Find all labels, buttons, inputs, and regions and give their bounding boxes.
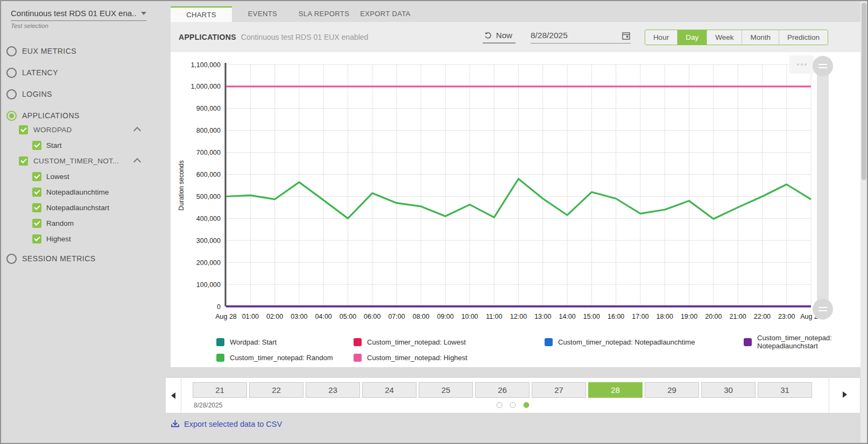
tab-bar: CHARTSEVENTSSLA REPORTSEXPORT DATA	[171, 6, 416, 22]
pagination-dot-1[interactable]	[497, 402, 503, 408]
sidebar-group-wordpad[interactable]: WORDPAD	[19, 124, 157, 135]
pagination-dot-2[interactable]	[510, 402, 516, 408]
checkbox-checked-icon[interactable]	[32, 172, 41, 181]
checkbox-checked-icon[interactable]	[32, 203, 41, 212]
legend-item-custom-timer-notepad-lowest[interactable]: Custom_timer_notepad: Lowest	[354, 334, 545, 350]
day-button-21[interactable]: 21	[193, 382, 247, 398]
svg-text:12:00: 12:00	[510, 313, 527, 320]
chevron-up-icon[interactable]	[133, 127, 141, 134]
day-button-29[interactable]: 29	[645, 382, 699, 398]
tab-export-data[interactable]: EXPORT DATA	[355, 6, 416, 22]
svg-text:300,000: 300,000	[196, 237, 221, 245]
day-button-28[interactable]: 28	[588, 382, 643, 398]
radio-icon	[6, 68, 17, 78]
day-button-24[interactable]: 24	[362, 382, 417, 398]
checkbox-checked-icon[interactable]	[32, 234, 41, 244]
metric-label: Start	[46, 141, 62, 149]
timeline-date-label: 8/28/2025	[194, 402, 222, 409]
tab-events[interactable]: EVENTS	[232, 6, 293, 22]
sidebar-item-start[interactable]: Start	[32, 139, 157, 151]
sidebar-item-notepadlaunchtime[interactable]: Notepadlaunchtime	[32, 186, 157, 198]
sidebar-item-highest[interactable]: Highest	[32, 233, 157, 245]
chart-panel: 0100,000200,000300,000400,000500,000600,…	[171, 52, 860, 367]
svg-text:200,000: 200,000	[196, 259, 221, 267]
checkbox-checked-icon[interactable]	[32, 219, 41, 228]
svg-text:15:00: 15:00	[583, 313, 600, 320]
range-button-hour[interactable]: Hour	[645, 30, 677, 45]
scrollbar-thumb[interactable]	[862, 3, 866, 180]
legend-label: Custom_timer_notepad: Random	[230, 354, 333, 362]
export-csv-link[interactable]: Export selected data to CSV	[171, 419, 282, 428]
group-label: WORDPAD	[33, 126, 72, 134]
page-title: APPLICATIONS	[179, 33, 236, 41]
scrollbar[interactable]	[860, 1, 867, 443]
checkbox-checked-icon[interactable]	[19, 156, 28, 166]
radio-label: LOGINS	[22, 90, 52, 98]
chart-zoom-slider-track[interactable]	[817, 59, 829, 320]
metric-label: Highest	[46, 235, 71, 243]
day-button-31[interactable]: 31	[758, 382, 812, 398]
range-button-month[interactable]: Month	[742, 30, 779, 45]
tab-sla-reports[interactable]: SLA REPORTS	[293, 6, 355, 22]
legend-item-custom-timer-notepad-random[interactable]: Custom_timer_notepad: Random	[216, 354, 354, 362]
day-button-22[interactable]: 22	[249, 382, 304, 398]
radio-icon	[6, 111, 17, 121]
sidebar-item-lowest[interactable]: Lowest	[32, 170, 157, 182]
legend-label: Custom_timer_notepad: Highest	[367, 354, 467, 362]
legend-swatch	[354, 338, 362, 346]
triangle-left-icon	[171, 392, 175, 399]
legend-item-wordpad-start[interactable]: Wordpad: Start	[216, 334, 354, 350]
svg-text:03:00: 03:00	[291, 313, 307, 320]
svg-text:01:00: 01:00	[242, 313, 259, 320]
sidebar-radio-applications[interactable]: APPLICATIONS	[6, 109, 157, 122]
sidebar-radio-eux-metrics[interactable]: EUX METRICS	[6, 45, 157, 58]
day-button-25[interactable]: 25	[419, 382, 473, 398]
legend-item-custom-timer-notepad-notepadlaunchstart[interactable]: Custom_timer_notepad: Notepadlaunchstart	[744, 334, 860, 350]
refresh-now-button[interactable]: Now	[483, 31, 516, 44]
refresh-icon	[484, 31, 492, 40]
tab-charts[interactable]: CHARTS	[171, 6, 232, 22]
svg-text:0: 0	[217, 303, 221, 311]
chart-menu-button[interactable]	[789, 55, 814, 74]
sidebar-radio-session-metrics[interactable]: SESSION METRICS	[6, 252, 157, 265]
slider-handle-bottom[interactable]	[813, 299, 833, 319]
range-button-day[interactable]: Day	[677, 30, 707, 45]
day-button-27[interactable]: 27	[532, 382, 586, 398]
pagination-dot-3[interactable]	[524, 402, 530, 408]
slider-handle-top[interactable]	[813, 56, 833, 76]
ellipsis-icon	[797, 63, 799, 66]
caret-down-icon	[141, 12, 146, 15]
checkbox-checked-icon[interactable]	[19, 125, 28, 134]
metric-label: Random	[46, 219, 74, 227]
sidebar-item-random[interactable]: Random	[32, 217, 157, 229]
radio-icon	[6, 46, 17, 56]
day-button-26[interactable]: 26	[475, 382, 530, 398]
svg-text:Duration seconds: Duration seconds	[178, 160, 185, 210]
legend-item-custom-timer-notepad-highest[interactable]: Custom_timer_notepad: Highest	[354, 354, 545, 362]
day-button-30[interactable]: 30	[701, 382, 756, 398]
checkbox-checked-icon[interactable]	[32, 188, 41, 197]
timeline-pagination-dots	[497, 402, 530, 408]
range-button-prediction[interactable]: Prediction	[779, 30, 828, 45]
range-button-week[interactable]: Week	[707, 30, 742, 45]
chevron-up-icon[interactable]	[133, 158, 141, 166]
svg-text:19:00: 19:00	[681, 313, 697, 320]
checkbox-checked-icon[interactable]	[32, 141, 41, 150]
sidebar-radio-logins[interactable]: LOGINS	[6, 88, 157, 101]
svg-text:400,000: 400,000	[196, 215, 221, 223]
metric-label: Lowest	[46, 173, 69, 181]
timeline-next-button[interactable]	[829, 378, 860, 413]
legend-item-custom-timer-notepad-notepadlaunchtime[interactable]: Custom_timer_notepad: Notepadlaunchtime	[545, 334, 744, 350]
svg-text:17:00: 17:00	[632, 313, 648, 320]
sidebar-group-custom-timer-not[interactable]: CUSTOM_TIMER_NOT...	[19, 155, 157, 167]
svg-text:09:00: 09:00	[437, 313, 454, 320]
svg-text:Aug 28: Aug 28	[215, 313, 237, 320]
legend-label: Custom_timer_notepad: Notepadlaunchstart	[757, 334, 860, 350]
timeline-prev-button[interactable]	[166, 378, 181, 413]
sidebar-item-notepadlaunchstart[interactable]: Notepadlaunchstart	[32, 202, 157, 213]
day-button-23[interactable]: 23	[306, 382, 360, 398]
sidebar-radio-latency[interactable]: LATENCY	[6, 66, 157, 79]
legend-label: Custom_timer_notepad: Lowest	[367, 338, 466, 346]
date-input[interactable]: 8/28/2025	[531, 31, 631, 44]
test-selector-dropdown[interactable]: Continuous test RDS 01 EUX ena...	[11, 9, 146, 21]
